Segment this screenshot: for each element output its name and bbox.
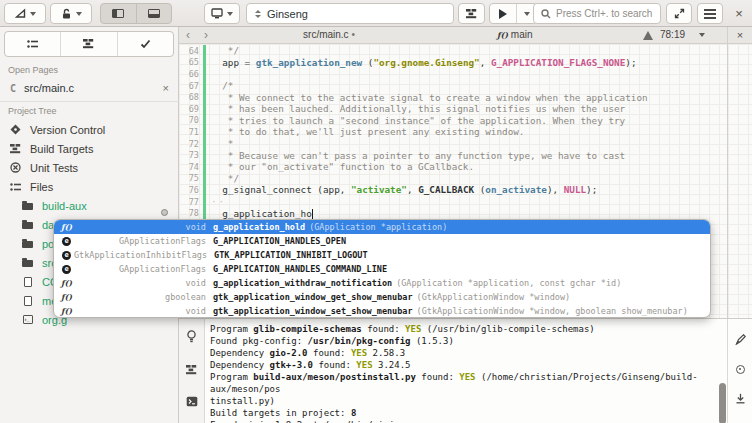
- left-panel-icon: [112, 9, 124, 18]
- code-line-75[interactable]: 75 */: [179, 173, 727, 185]
- return-type: GtkApplicationInhibitFlags: [74, 250, 207, 260]
- enum-icon: e: [59, 237, 74, 246]
- chevron-down-icon: [30, 12, 36, 16]
- code-line-72[interactable]: 72 *: [179, 138, 727, 150]
- line-number: 78: [179, 208, 203, 218]
- search-icon: [541, 9, 551, 19]
- code-line-67[interactable]: 67 /*: [179, 80, 727, 92]
- code-text: ··: [206, 196, 226, 207]
- version-control-icon: [9, 124, 22, 135]
- nav-forward-button[interactable]: ›: [204, 27, 208, 43]
- build-output[interactable]: Program glib-compile-schemas found: YES …: [210, 323, 715, 423]
- completion-row-3[interactable]: eGtkApplicationInhibitFlagsGTK_APPLICATI…: [54, 248, 710, 262]
- code-line-74[interactable]: 74 * our "on_activate" function to a GCa…: [179, 161, 727, 173]
- configuration-entry[interactable]: Ginseng: [246, 3, 454, 24]
- open-page-name: src/main.c: [24, 82, 74, 94]
- spinner-arrows-icon[interactable]: [255, 10, 261, 18]
- toggle-left-panel-button[interactable]: [101, 4, 136, 23]
- completion-row-6[interactable]: ƒ()gbooleangtk_application_window_get_sh…: [54, 290, 710, 304]
- target-icon[interactable]: [736, 365, 745, 374]
- terminal-tab[interactable]: [186, 393, 198, 411]
- sidebar-item-files[interactable]: Files: [0, 177, 179, 196]
- return-type: GApplicationFlags: [74, 236, 206, 246]
- sidebar-item-unit-tests[interactable]: Unit Tests: [0, 158, 179, 177]
- sidebar-item-build-targets[interactable]: Build Targets: [0, 139, 179, 158]
- expand-icon: [674, 8, 685, 19]
- tree-item-label: Version Control: [30, 124, 105, 136]
- code-line-76[interactable]: 76 g_signal_connect (app, "activate", G_…: [179, 184, 727, 196]
- code-line-68[interactable]: 68 * We connect to the activate signal t…: [179, 91, 727, 103]
- code-line-64[interactable]: 64 */: [179, 45, 727, 57]
- completion-params: (GtkApplicationWindow *window, gboolean …: [417, 306, 688, 316]
- open-pages-label: Open Pages: [8, 65, 58, 75]
- completion-row-5[interactable]: ƒ()voidg_application_withdraw_notificati…: [54, 276, 710, 290]
- menu-button[interactable]: [697, 3, 723, 24]
- open-file-title[interactable]: src/main.c •: [264, 29, 394, 40]
- return-type: GApplicationFlags: [74, 264, 206, 274]
- toggle-bottom-panel-button[interactable]: [136, 4, 172, 23]
- build-targets-tab[interactable]: [60, 32, 116, 56]
- output-line: Found pkg-config: /usr/bin/pkg-config (1…: [210, 335, 715, 347]
- list-icon: [27, 39, 39, 49]
- output-line: Program glib-compile-schemas found: YES …: [210, 323, 715, 335]
- line-number: 77: [179, 197, 203, 207]
- nav-back-button[interactable]: ‹: [186, 27, 190, 43]
- line-number: 73: [179, 150, 203, 160]
- build-output-tab[interactable]: [185, 361, 198, 379]
- todo-tab[interactable]: [117, 32, 173, 56]
- line-number: 72: [179, 139, 203, 149]
- sidebar-item-version-control[interactable]: Version Control: [0, 120, 179, 139]
- build-bricks-icon: [82, 39, 95, 49]
- completion-row-4[interactable]: eGApplicationFlagsG_APPLICATION_HANDLES_…: [54, 262, 710, 276]
- unit-tests-icon: [9, 162, 22, 173]
- completion-row-1[interactable]: ƒ()voidg_application_hold(GApplication *…: [54, 220, 710, 234]
- output-line: Program build-aux/meson/postinstall.py f…: [210, 371, 715, 395]
- open-pages-tab[interactable]: [5, 32, 60, 56]
- code-line-71[interactable]: 71 * to do that, we'll just present any …: [179, 126, 727, 138]
- clear-button[interactable]: [735, 331, 746, 349]
- file-icon: [21, 296, 34, 306]
- code-line-65[interactable]: 65 app = gtk_application_new ("org.gnome…: [179, 57, 727, 69]
- build-bricks-icon: [185, 365, 198, 375]
- function-icon: ƒ(): [59, 222, 74, 232]
- code-text: * to do that, we'll just present any exi…: [206, 126, 524, 137]
- terminal-icon: [186, 396, 198, 407]
- code-line-77[interactable]: 77··: [179, 196, 727, 208]
- build-target-button[interactable]: [458, 3, 485, 24]
- code-text: *: [206, 138, 233, 149]
- close-right-panel-button[interactable]: ×: [737, 30, 743, 41]
- close-page-icon[interactable]: ×: [163, 82, 169, 94]
- build-profile-button[interactable]: [4, 3, 46, 24]
- code-line-73[interactable]: 73 * Because we can't pass a pointer to …: [179, 149, 727, 161]
- output-line: Dependency gtk+-3.0 found: YES 3.24.5: [210, 359, 715, 371]
- fullscreen-button[interactable]: [666, 3, 692, 24]
- current-symbol[interactable]: ƒ() main: [497, 29, 532, 40]
- return-type: void: [74, 278, 206, 288]
- warning-icon[interactable]: [643, 31, 653, 40]
- code-line-78[interactable]: 78 g_application_ho: [179, 207, 727, 219]
- global-search-input[interactable]: Press Ctrl+. to search: [533, 3, 661, 24]
- symbol-name: main: [511, 29, 533, 40]
- project-tree-label: Project Tree: [8, 106, 57, 116]
- completion-name: GTK_APPLICATION_INHIBIT_LOGOUT: [214, 250, 368, 260]
- code-line-70[interactable]: 70 * tries to launch a "second instance"…: [179, 115, 727, 127]
- messages-tab[interactable]: [186, 329, 197, 347]
- completion-params: (GtkApplicationWindow *window): [417, 292, 571, 302]
- open-page-row[interactable]: C src/main.c ×: [0, 77, 179, 99]
- completion-row-2[interactable]: eGApplicationFlagsG_APPLICATION_HANDLES_…: [54, 234, 710, 248]
- code-line-69[interactable]: 69 * has been lauched. Additionally, thi…: [179, 103, 727, 115]
- window-close-button[interactable]: ×: [727, 3, 751, 24]
- page-options-button[interactable]: [699, 33, 705, 37]
- save-output-button[interactable]: [735, 390, 746, 408]
- code-line-66[interactable]: 66: [179, 68, 727, 80]
- function-icon: ƒ(): [59, 292, 74, 302]
- credentials-button[interactable]: [50, 3, 92, 24]
- completion-row-7[interactable]: ƒ()voidgtk_application_window_set_show_m…: [54, 304, 710, 318]
- device-selector-button[interactable]: [204, 3, 240, 24]
- divider: [0, 101, 179, 102]
- scrollbar[interactable]: [719, 383, 726, 423]
- files-icon: [9, 182, 22, 192]
- pen-icon: [735, 334, 746, 345]
- run-button[interactable]: [490, 4, 517, 23]
- tree-file-buildaux[interactable]: build-aux: [0, 196, 179, 215]
